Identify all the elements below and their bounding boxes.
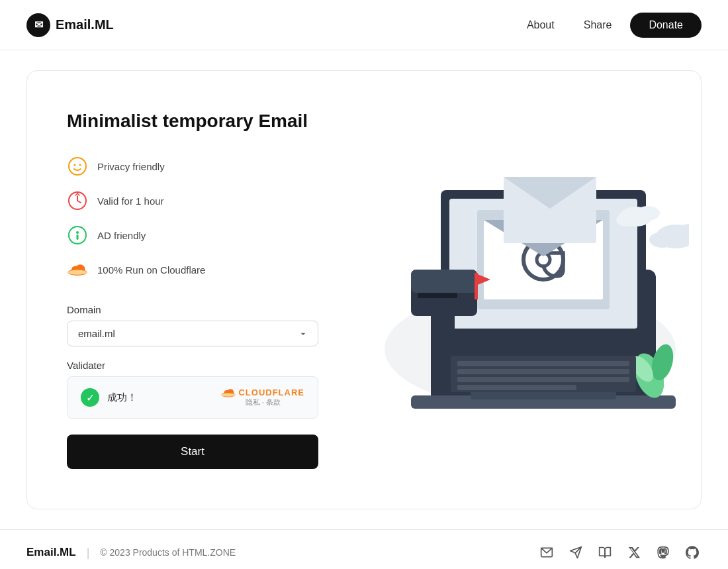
blog-icon[interactable] [596,543,614,562]
footer-copyright: © 2023 Products of HTML.ZONE [100,547,236,558]
svg-line-7 [77,193,79,195]
cloudflare-name: CLOUDFLARE [238,388,304,397]
github-icon[interactable] [683,543,702,562]
validater-left: ✓ 成功！ [81,388,137,407]
feature-ad-text: AD friendly [97,230,146,241]
footer-left: Email.ML | © 2023 Products of HTML.ZONE [26,546,236,560]
main-card: Minimalist temporary Email Privacy frien… [26,70,702,509]
donate-button[interactable]: Donate [630,13,702,38]
ad-icon [67,225,88,246]
left-column: Minimalist temporary Email Privacy frien… [67,111,318,469]
validater-box: ✓ 成功！ CLOUDFLARE [67,376,318,419]
cloudflare-logo-icon [221,388,236,397]
cloudflare-links[interactable]: 隐私 · 条款 [246,397,281,407]
feature-privacy-text: Privacy friendly [97,161,165,172]
page-title: Minimalist temporary Email [67,111,318,132]
validater-status: 成功！ [107,391,137,404]
about-link[interactable]: About [516,14,565,36]
feature-cloudflare: 100% Run on Cloudflare [67,259,318,280]
feature-cloudflare-text: 100% Run on Cloudflare [97,264,205,276]
validater-group: Validater ✓ 成功！ [67,360,318,419]
cloudflare-badge: CLOUDFLARE 隐私 · 条款 [221,388,304,407]
telegram-icon[interactable] [567,543,585,562]
logo-text: Email.ML [56,17,114,32]
validater-label: Validater [67,360,318,371]
start-button[interactable]: Start [67,435,318,469]
email-icon[interactable] [537,543,556,562]
svg-point-48 [616,213,636,227]
svg-point-45 [649,232,676,248]
svg-rect-55 [457,385,576,390]
feature-privacy: Privacy friendly [67,156,318,177]
logo[interactable]: ✉ Email.ML [26,13,114,37]
svg-point-14 [68,270,87,275]
svg-point-47 [636,206,660,221]
twitter-icon[interactable] [625,543,643,562]
feature-ad: AD friendly [67,225,318,246]
footer-icons [537,543,702,562]
svg-rect-35 [418,293,457,298]
main: Minimalist temporary Email Privacy frien… [0,50,728,529]
domain-select[interactable]: email.ml mailml.net [67,321,318,346]
feature-valid: Valid for 1 hour [67,190,318,211]
cloudflare-feature-icon [67,259,88,280]
privacy-icon [67,156,88,177]
svg-point-1 [74,164,76,166]
svg-point-18 [222,393,236,396]
feature-valid-text: Valid for 1 hour [97,195,164,207]
footer: Email.ML | © 2023 Products of HTML.ZONE [0,529,728,569]
svg-point-0 [69,158,86,175]
svg-rect-53 [457,369,629,374]
svg-rect-10 [77,234,79,240]
features-list: Privacy friendly Valid for 1 hour [67,156,318,280]
nav: About Share Donate [516,13,702,38]
svg-line-5 [77,201,81,203]
svg-rect-52 [457,361,629,366]
svg-rect-34 [411,270,477,293]
check-icon: ✓ [81,388,99,407]
valid-icon [67,190,88,211]
mastodon-icon[interactable] [654,543,672,562]
svg-point-9 [76,231,79,234]
domain-label: Domain [67,304,318,315]
right-column [345,111,689,415]
share-link[interactable]: Share [573,14,623,36]
header: ✉ Email.ML About Share Donate [0,0,728,50]
footer-separator: | [87,546,90,560]
svg-point-2 [79,164,81,166]
illustration [345,111,689,415]
footer-logo: Email.ML [26,546,76,559]
svg-rect-54 [457,377,629,382]
domain-group: Domain email.ml mailml.net [67,304,318,346]
logo-icon: ✉ [26,13,50,37]
